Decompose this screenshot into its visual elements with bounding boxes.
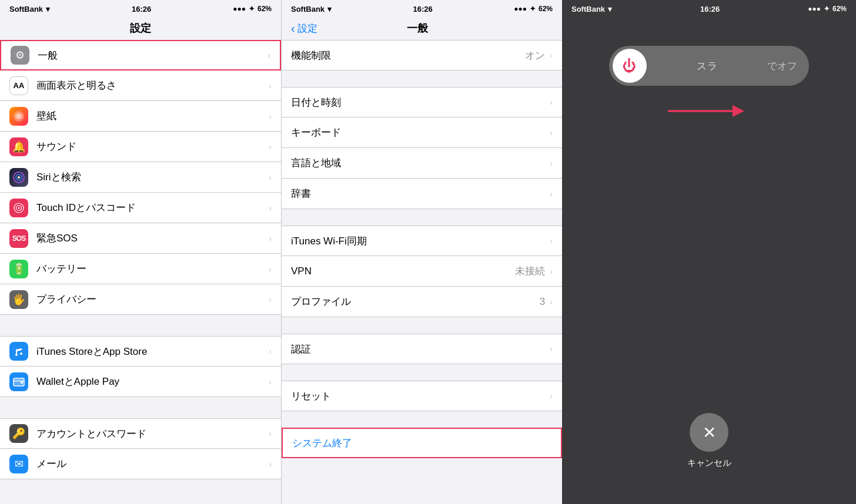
settings-title-text: 設定 <box>130 22 151 34</box>
settings-item-account[interactable]: 🔑 アカウントとパスワード › <box>0 418 281 449</box>
wallpaper-icon <box>9 107 28 126</box>
profile-value: 3 <box>540 296 545 308</box>
status-right-3: ●●● ✦ 62% <box>808 5 847 13</box>
itunes-wifi-chevron: › <box>550 236 553 246</box>
privacy-icon: 🖐 <box>9 290 28 309</box>
vpn-label: VPN <box>291 266 515 277</box>
general-item-reset[interactable]: リセット › <box>282 381 562 411</box>
general-section-1: 機能制限 オン › <box>282 40 562 70</box>
back-chevron: ‹ <box>291 22 295 35</box>
sound-chevron: › <box>269 142 272 152</box>
restrictions-chevron: › <box>550 51 553 60</box>
general-item-profile[interactable]: プロファイル 3 › <box>282 287 562 317</box>
general-section-2: 日付と時刻 › キーボード › 言語と地域 › 辞書 › <box>282 87 562 209</box>
shutdown-label: システム終了 <box>292 436 551 450</box>
general-item-shutdown[interactable]: システム終了 <box>282 428 562 458</box>
svg-point-10 <box>20 352 22 355</box>
settings-item-display[interactable]: AA 画面表示と明るさ › <box>0 70 281 101</box>
general-section-4: 認証 › <box>282 334 562 364</box>
svg-point-1 <box>16 113 22 119</box>
settings-item-wallpaper[interactable]: 壁紙 › <box>0 101 281 132</box>
account-chevron: › <box>269 429 272 438</box>
siri-label: Siriと検索 <box>36 170 265 184</box>
profile-chevron: › <box>550 297 553 307</box>
sound-label: サウンド <box>36 140 265 153</box>
back-button[interactable]: ‹ 設定 <box>291 22 317 35</box>
settings-item-mail[interactable]: ✉ メール › <box>0 449 281 479</box>
general-title: 一般 <box>317 21 517 35</box>
settings-item-privacy[interactable]: 🖐 プライバシー › <box>0 284 281 315</box>
vpn-value: 未接続 <box>515 264 545 278</box>
bluetooth-icon-1: ✦ <box>249 5 255 13</box>
general-gap-2 <box>282 209 562 226</box>
general-gap-5 <box>282 411 562 428</box>
general-item-auth[interactable]: 認証 › <box>282 334 562 364</box>
svg-marker-15 <box>733 105 744 117</box>
profile-label: プロファイル <box>291 295 540 308</box>
settings-item-sos[interactable]: SOS 緊急SOS › <box>0 223 281 254</box>
cancel-button[interactable]: ✕ <box>690 413 728 452</box>
settings-item-battery[interactable]: 🔋 バッテリー › <box>0 254 281 284</box>
sos-icon: SOS <box>9 229 28 248</box>
reset-chevron: › <box>550 391 553 401</box>
general-item-dictionary[interactable]: 辞書 › <box>282 179 562 209</box>
slider-off-label: でオフ <box>767 59 797 73</box>
display-icon: AA <box>9 76 28 95</box>
wallpaper-chevron: › <box>269 112 272 121</box>
power-off-slider[interactable]: ⏻ スラ でオフ <box>609 46 809 86</box>
settings-title: 設定 <box>0 16 281 40</box>
touchid-icon <box>9 199 28 217</box>
slider-knob: ⏻ <box>613 49 647 83</box>
dictionary-label: 辞書 <box>291 187 550 200</box>
time-2: 16:26 <box>413 5 433 14</box>
settings-item-general[interactable]: ⚙ 一般 › <box>0 40 281 70</box>
cancel-x-icon: ✕ <box>703 423 716 442</box>
auth-chevron: › <box>550 344 553 354</box>
reset-label: リセット <box>291 389 550 403</box>
general-label: 一般 <box>38 49 264 62</box>
general-item-keyboard[interactable]: キーボード › <box>282 117 562 148</box>
general-item-vpn[interactable]: VPN 未接続 › <box>282 256 562 287</box>
settings-item-wallet[interactable]: WalletとApple Pay › <box>0 367 281 397</box>
touchid-chevron: › <box>269 203 272 213</box>
auth-label: 認証 <box>291 342 550 356</box>
signal-icon-3: ●●● <box>808 5 821 13</box>
battery-3: 62% <box>832 5 847 13</box>
status-right-2: ●●● ✦ 62% <box>514 5 553 13</box>
privacy-label: プライバシー <box>36 293 265 306</box>
general-section-3: iTunes Wi-Fi同期 › VPN 未接続 › プロファイル 3 › <box>282 226 562 317</box>
right-arrow <box>668 102 750 120</box>
general-item-language[interactable]: 言語と地域 › <box>282 148 562 179</box>
svg-rect-13 <box>21 381 23 384</box>
siri-chevron: › <box>269 173 272 182</box>
lock-content: ⏻ スラ でオフ ✕ キャンセル <box>562 16 856 504</box>
status-left-2: SoftBank ▾ <box>291 5 332 14</box>
lock-panel: SoftBank ▾ 16:26 ●●● ✦ 62% ⏻ スラ でオフ <box>562 0 856 504</box>
sos-chevron: › <box>269 234 272 243</box>
datetime-chevron: › <box>550 98 553 107</box>
keyboard-label: キーボード <box>291 126 550 139</box>
settings-item-touchid[interactable]: Touch IDとパスコード › <box>0 193 281 223</box>
settings-item-itunes[interactable]: iTunes StoreとApp Store › <box>0 336 281 367</box>
battery-chevron: › <box>269 264 272 274</box>
wallpaper-label: 壁紙 <box>36 109 265 123</box>
wallet-label: WalletとApple Pay <box>36 375 265 388</box>
status-bar-3: SoftBank ▾ 16:26 ●●● ✦ 62% <box>562 0 856 16</box>
settings-item-siri[interactable]: Siriと検索 › <box>0 162 281 193</box>
mail-icon: ✉ <box>9 455 28 473</box>
carrier-3: SoftBank <box>571 5 605 14</box>
battery-1: 62% <box>258 5 272 13</box>
svg-point-7 <box>18 207 20 209</box>
general-section-6: システム終了 <box>282 428 562 458</box>
settings-section-account: 🔑 アカウントとパスワード › ✉ メール › <box>0 418 281 479</box>
privacy-chevron: › <box>269 295 272 304</box>
section-gap-1 <box>0 315 281 336</box>
settings-item-sound[interactable]: 🔔 サウンド › <box>0 132 281 162</box>
datetime-label: 日付と時刻 <box>291 96 550 109</box>
restrictions-value: オン <box>525 49 545 62</box>
general-item-itunes-wifi[interactable]: iTunes Wi-Fi同期 › <box>282 226 562 256</box>
general-item-restrictions[interactable]: 機能制限 オン › <box>282 40 562 70</box>
account-label: アカウントとパスワード <box>36 427 265 441</box>
sos-label: 緊急SOS <box>36 231 265 245</box>
general-item-datetime[interactable]: 日付と時刻 › <box>282 87 562 117</box>
